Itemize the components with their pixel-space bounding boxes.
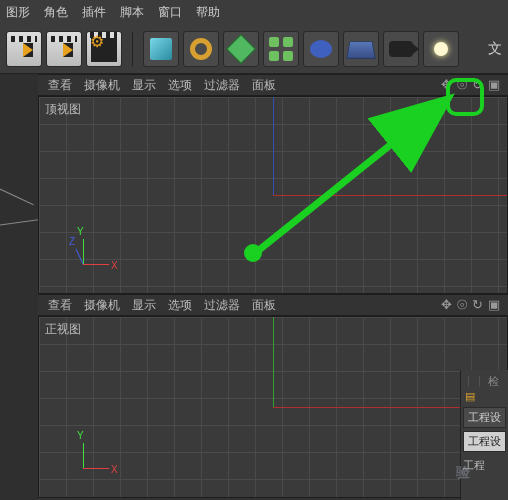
view-menu-item[interactable]: 选项 — [168, 297, 192, 314]
view-menu-item[interactable]: 查看 — [48, 77, 72, 94]
viewport-front-toolbar: ✥ ▣ 查看 摄像机 显示 选项 过滤器 面板 ✥ ⦾ ↻ ▣ — [0, 294, 508, 316]
maximize-view-icon[interactable]: ▣ — [488, 297, 500, 313]
array-button[interactable] — [263, 31, 299, 67]
primitive-cube-button[interactable] — [143, 31, 179, 67]
view-menu-item[interactable]: 摄像机 — [84, 297, 120, 314]
main-menu: 图形 角色 插件 脚本 窗口 帮助 — [0, 0, 508, 24]
view-menu-item[interactable]: 过滤器 — [204, 297, 240, 314]
world-axis-y — [273, 317, 274, 407]
light-button[interactable] — [423, 31, 459, 67]
zoom-icon[interactable]: ⦾ — [457, 77, 467, 93]
pan-icon[interactable]: ✥ — [441, 77, 452, 93]
nurbs-button[interactable] — [223, 31, 259, 67]
view-menu-item[interactable]: 显示 — [132, 297, 156, 314]
svg-marker-0 — [227, 34, 256, 63]
render-active-view-button[interactable] — [46, 31, 82, 67]
floor-button[interactable] — [343, 31, 379, 67]
watermark: 验 — [456, 464, 470, 482]
axis-gizmo: Y X — [69, 439, 109, 479]
view-menu-item[interactable]: 过滤器 — [204, 77, 240, 94]
menu-item[interactable]: 图形 — [6, 4, 30, 21]
view-menu-item[interactable]: 面板 — [252, 77, 276, 94]
deformer-button[interactable] — [303, 31, 339, 67]
menu-item[interactable]: 插件 — [82, 4, 106, 21]
panel-header: ┊┊ 检 — [463, 374, 506, 386]
viewport-title: 正视图 — [45, 321, 81, 338]
viewport-title: 顶视图 — [45, 101, 81, 118]
main-toolbar: 文 — [0, 24, 508, 74]
bulb-icon — [434, 42, 448, 56]
rotate-icon[interactable]: ↻ — [472, 77, 483, 93]
viewport-front[interactable]: 正视图 Y X — [38, 316, 508, 498]
left-toolstrip — [0, 74, 38, 500]
menu-item[interactable]: 脚本 — [120, 4, 144, 21]
zoom-icon[interactable]: ⦾ — [457, 297, 467, 313]
view-menu-item[interactable]: 显示 — [132, 77, 156, 94]
nurbs-icon — [224, 32, 258, 66]
annotation-start-dot — [244, 244, 262, 262]
view-menu-item[interactable]: 选项 — [168, 77, 192, 94]
doc-label: 文 — [488, 40, 502, 58]
toolbar-divider — [132, 32, 133, 66]
viewport-top-toolbar: ✥ ▣ 查看 摄像机 显示 选项 过滤器 面板 ✥ ⦾ ↻ ▣ — [0, 74, 508, 96]
render-to-picture-viewer-button[interactable] — [6, 31, 42, 67]
spline-button[interactable] — [183, 31, 219, 67]
menu-item[interactable]: 窗口 — [158, 4, 182, 21]
pan-icon[interactable]: ✥ — [441, 297, 452, 313]
rotate-icon[interactable]: ↻ — [472, 297, 483, 313]
layer-icon[interactable]: ▤ — [465, 390, 475, 403]
render-settings-button[interactable] — [86, 31, 122, 67]
axis-gizmo: Y X Z — [69, 235, 109, 275]
maximize-view-icon[interactable]: ▣ — [488, 77, 500, 93]
panel-tab-active[interactable]: 工程设 — [463, 431, 506, 452]
world-axis-x — [273, 195, 507, 196]
view-menu-item[interactable]: 摄像机 — [84, 77, 120, 94]
menu-item[interactable]: 帮助 — [196, 4, 220, 21]
camera-button[interactable] — [383, 31, 419, 67]
perspective-preview — [0, 184, 40, 234]
camera-icon — [389, 41, 413, 57]
panel-tab[interactable]: 工程设 — [463, 407, 506, 428]
view-menu-item[interactable]: 面板 — [252, 297, 276, 314]
viewport-top[interactable]: 顶视图 Y X Z — [38, 96, 508, 294]
view-menu-item[interactable]: 查看 — [48, 297, 72, 314]
menu-item[interactable]: 角色 — [44, 4, 68, 21]
world-axis-z — [273, 97, 274, 195]
